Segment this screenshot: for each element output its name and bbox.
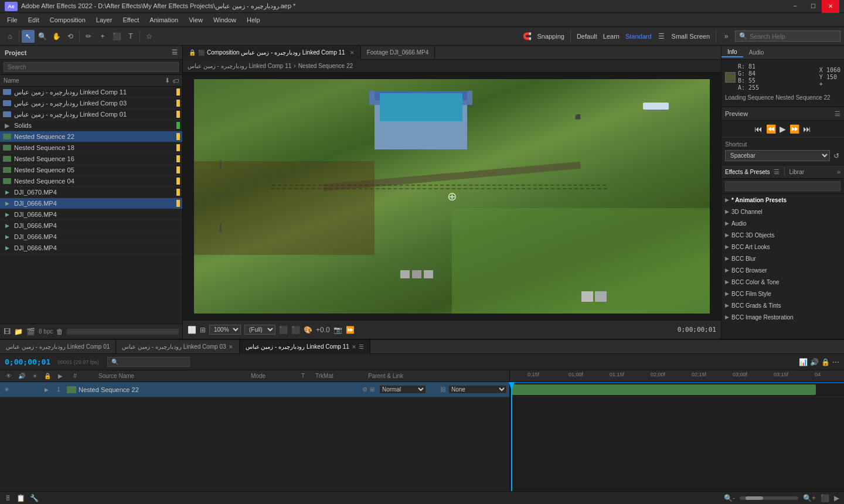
effect-category-bcc-browser[interactable]: ▶ BCC Browser: [722, 264, 844, 276]
regions-icon[interactable]: ⬛: [279, 326, 288, 334]
col-tag-icon[interactable]: 🏷: [172, 77, 179, 84]
library-tab[interactable]: Librar: [789, 169, 805, 175]
play-button[interactable]: ▶: [780, 124, 786, 134]
rotate-tool[interactable]: ⟲: [64, 30, 77, 43]
layer-parent-select[interactable]: None: [448, 385, 507, 394]
quality-select[interactable]: (Full) (Half): [244, 325, 275, 335]
rect-tool[interactable]: ⬛: [110, 30, 123, 43]
list-item[interactable]: Nested Sequence 04: [0, 176, 182, 187]
tl-btn-graph[interactable]: 📊: [799, 358, 808, 366]
menu-animation[interactable]: Animation: [145, 15, 183, 25]
close-button[interactable]: ✕: [822, 0, 839, 13]
timeline-timecode[interactable]: 0;00;00;01: [5, 357, 50, 366]
layer-mode-select[interactable]: Normal: [379, 385, 426, 394]
layer-solo-icon[interactable]: [22, 386, 30, 394]
col-sort-icon[interactable]: ⬇: [165, 77, 170, 84]
col-collapse-icon[interactable]: ▶: [56, 373, 64, 379]
list-item[interactable]: Nested Sequence 05: [0, 165, 182, 176]
menu-layer[interactable]: Layer: [91, 15, 117, 25]
viewer-tab-comp[interactable]: 🔒 ⬛ Composition رودبارچیره - زمین عباس L…: [183, 46, 361, 60]
layer-lock-icon[interactable]: [32, 386, 40, 394]
step-back-button[interactable]: ⏪: [766, 124, 776, 134]
effect-category-bcc-film-style[interactable]: ▶ BCC Film Style: [722, 288, 844, 299]
menu-help[interactable]: Help: [242, 15, 265, 25]
effect-category-audio[interactable]: ▶ Audio: [722, 217, 844, 229]
effect-category-bcc-blur[interactable]: ▶ BCC Blur: [722, 253, 844, 264]
list-item[interactable]: ▶ DJI_0666.MP4: [0, 209, 182, 220]
minimize-button[interactable]: −: [787, 0, 804, 13]
tl-btn-lock[interactable]: 🔒: [821, 358, 830, 366]
col-solo-icon[interactable]: ☀: [30, 373, 39, 379]
list-item[interactable]: Nested Sequence 18: [0, 142, 182, 154]
magnet-icon[interactable]: 🧲: [520, 30, 533, 43]
effect-category-bcc-3d-objects[interactable]: ▶ BCC 3D Objects: [722, 229, 844, 241]
workspace-menu-icon[interactable]: ☰: [655, 30, 668, 43]
workspace-small-screen[interactable]: Small Screen: [669, 33, 712, 40]
effect-category-bcc-art-looks[interactable]: ▶ BCC Art Looks: [722, 241, 844, 253]
fast-forward-icon[interactable]: ⏩: [346, 326, 355, 334]
tl-zoom-out-icon[interactable]: 🔍-: [724, 494, 735, 502]
skip-forward-button[interactable]: ⏭: [803, 124, 811, 134]
search-help-box[interactable]: 🔍: [735, 30, 840, 42]
table-row[interactable]: 👁 ▶ 1 Nested Sequence 22 ⚙ ⊞: [0, 382, 509, 397]
tl-bottom-icon3[interactable]: 🔧: [30, 494, 39, 502]
window-controls[interactable]: − ☐ ✕: [787, 0, 839, 13]
footage-icon[interactable]: 🎞: [4, 328, 11, 336]
workspace-learn[interactable]: Learn: [601, 33, 622, 40]
tab-close-icon[interactable]: ✕: [350, 50, 355, 56]
maximize-button[interactable]: ☐: [804, 0, 822, 13]
shortcut-reset-icon[interactable]: ↺: [832, 151, 840, 161]
tl-tab-menu-icon[interactable]: ☰: [359, 343, 364, 350]
pen-tool[interactable]: ✏: [82, 30, 95, 43]
list-item[interactable]: رودبارچیره - زمین عباس Linked Comp 01: [0, 109, 182, 120]
list-item[interactable]: ▶ DJI_0666.MP4: [0, 231, 182, 243]
tab-close-icon[interactable]: ✕: [229, 344, 233, 350]
list-item[interactable]: Nested Sequence 22: [0, 131, 182, 142]
layer-motion-blur-icon[interactable]: ⊞: [370, 386, 375, 393]
tab-close-icon[interactable]: ✕: [352, 344, 356, 350]
tl-zoom-in-icon[interactable]: 🔍+: [803, 494, 816, 502]
list-item[interactable]: رودبارچیره - زمین عباس Linked Comp 11: [0, 87, 182, 98]
shortcut-select[interactable]: Spacebar: [725, 150, 830, 161]
list-item[interactable]: رودبارچیره - زمین عباس Linked Comp 03: [0, 98, 182, 109]
tl-bottom-icon5[interactable]: ▶: [834, 494, 839, 502]
expand-icon[interactable]: ⬜: [188, 326, 196, 334]
text-tool[interactable]: T: [124, 30, 137, 43]
menu-file[interactable]: File: [2, 15, 22, 25]
breadcrumb-comp[interactable]: رودبارچیره - زمین عباس Linked Comp 11: [188, 63, 291, 69]
col-audio-icon[interactable]: 🔊: [18, 373, 26, 379]
tab-info[interactable]: Info: [722, 47, 743, 57]
breadcrumb-nested[interactable]: Nested Sequence 22: [298, 63, 353, 69]
workspace-default[interactable]: Default: [574, 33, 600, 40]
home-tool[interactable]: ⌂: [4, 30, 16, 43]
tl-tracks[interactable]: [510, 382, 844, 491]
plus-icon[interactable]: +0.0: [316, 326, 330, 334]
tl-playhead[interactable]: [511, 382, 512, 491]
tl-btn-more[interactable]: ⋯: [832, 358, 839, 366]
layer-expand-icon[interactable]: ▶: [42, 386, 50, 394]
layer-eye-icon[interactable]: 👁: [2, 386, 11, 394]
delete-icon[interactable]: 🗑: [56, 328, 63, 336]
menu-effect[interactable]: Effect: [118, 15, 144, 25]
layer-audio-icon[interactable]: [12, 386, 21, 394]
project-search-input[interactable]: [4, 62, 179, 72]
track-bar[interactable]: [511, 384, 816, 395]
tl-tab-comp11[interactable]: رودبارچیره - زمین عباس Linked Comp 11 ✕ …: [240, 340, 370, 354]
select-tool[interactable]: ↖: [22, 30, 35, 43]
tl-tab-comp03[interactable]: رودبارچیره - زمین عباس Linked Comp 03 ✕: [116, 340, 239, 354]
tl-zoom-slider[interactable]: [740, 496, 798, 500]
effect-category-3d-channel[interactable]: ▶ 3D Channel: [722, 206, 844, 217]
effect-category-bcc-image-restoration[interactable]: ▶ BCC Image Restoration: [722, 311, 844, 323]
menu-edit[interactable]: Edit: [23, 15, 44, 25]
viewer-canvas[interactable]: ⬛ ⊕: [183, 73, 721, 320]
zoom-select[interactable]: 100% 50% 200%: [209, 325, 241, 335]
tl-tab-comp01[interactable]: رودبارچیره - زمین عباس Linked Comp 01: [0, 340, 116, 354]
effects-menu-icon[interactable]: ☰: [774, 168, 780, 176]
effect-category-bcc-color-tone[interactable]: ▶ BCC Color & Tone: [722, 276, 844, 288]
new-folder-icon[interactable]: 📁: [14, 328, 23, 336]
viewer-tab-footage[interactable]: Footage DJI_0666.MP4: [361, 46, 435, 60]
list-item[interactable]: ▶ DJI_0666.MP4: [0, 198, 182, 209]
hand-tool[interactable]: ✋: [50, 30, 63, 43]
list-item[interactable]: ▶ DJI_0666.MP4: [0, 243, 182, 254]
effects-tab[interactable]: Effects & Presets: [725, 169, 770, 175]
